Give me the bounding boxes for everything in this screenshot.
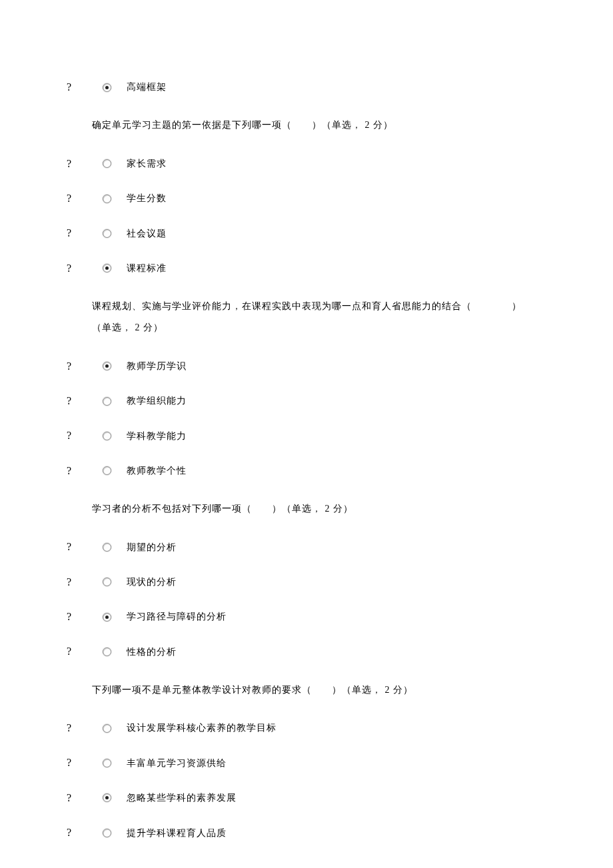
radio-icon[interactable] [103, 724, 111, 733]
option-row: ?家长需求 [67, 157, 546, 171]
option-label: 学习路径与障碍的分析 [127, 610, 227, 624]
radio-container [87, 829, 127, 837]
option-label: 家长需求 [127, 157, 167, 171]
radio-container [87, 264, 127, 272]
radio-container [87, 578, 127, 586]
option-row: ?教师学历学识 [67, 359, 546, 374]
option-label: 性格的分析 [127, 646, 177, 659]
radio-icon[interactable] [103, 195, 111, 203]
radio-container [87, 759, 127, 767]
bullet-marker: ? [67, 791, 87, 805]
question-text: 确定单元学习主题的第一依据是下列哪一项（ ）（单选， 2 分） [92, 115, 546, 136]
bullet-marker: ? [67, 825, 87, 840]
bullet-marker: ? [67, 428, 87, 443]
option-row: ?课程标准 [67, 261, 546, 276]
option-label: 提升学科课程育人品质 [127, 827, 227, 840]
question-text: 学习者的分析不包括对下列哪一项（ ）（单选， 2 分） [92, 498, 546, 520]
option-label: 教师教学个性 [127, 464, 187, 478]
option-label: 学生分数 [127, 192, 167, 205]
radio-container [87, 648, 127, 656]
bullet-marker: ? [67, 261, 87, 276]
bullet-marker: ? [67, 755, 87, 770]
radio-selected-icon[interactable] [103, 362, 111, 370]
option-label: 忽略某些学科的素养发展 [127, 791, 237, 805]
radio-icon[interactable] [103, 578, 111, 586]
quiz-page: ?高端框架确定单元学习主题的第一依据是下列哪一项（ ）（单选， 2 分）?家长需… [67, 80, 546, 841]
bullet-marker: ? [67, 359, 87, 374]
radio-icon[interactable] [103, 648, 111, 656]
option-row: ?学习路径与障碍的分析 [67, 610, 546, 624]
radio-container [87, 397, 127, 406]
question-text: 下列哪一项不是单元整体教学设计对教师的要求（ ）（单选， 2 分） [92, 679, 546, 701]
option-label: 社会议题 [127, 227, 167, 240]
bullet-marker: ? [67, 721, 87, 735]
radio-container [87, 362, 127, 370]
bullet-marker: ? [67, 644, 87, 659]
radio-icon[interactable] [103, 543, 111, 552]
radio-container [87, 793, 127, 802]
bullet-marker: ? [67, 610, 87, 624]
radio-icon[interactable] [103, 466, 111, 475]
bullet-marker: ? [67, 80, 87, 95]
option-label: 教师学历学识 [127, 360, 187, 373]
option-row: ?教师教学个性 [67, 464, 546, 478]
option-label: 期望的分析 [127, 541, 177, 554]
option-label: 高端框架 [127, 81, 167, 94]
radio-icon[interactable] [103, 397, 111, 406]
bullet-marker: ? [67, 464, 87, 478]
radio-container [87, 159, 127, 168]
bullet-marker: ? [67, 226, 87, 240]
radio-selected-icon[interactable] [103, 793, 111, 802]
option-row: ?现状的分析 [67, 575, 546, 590]
radio-icon[interactable] [103, 759, 111, 767]
option-row: ?高端框架 [67, 80, 546, 95]
option-row: ?社会议题 [67, 226, 546, 240]
radio-container [87, 229, 127, 238]
radio-selected-icon[interactable] [103, 83, 111, 92]
option-row: ?丰富单元学习资源供给 [67, 755, 546, 770]
option-row: ?学科教学能力 [67, 428, 546, 443]
option-label: 丰富单元学习资源供给 [127, 757, 227, 770]
option-label: 学科教学能力 [127, 430, 187, 443]
option-row: ?设计发展学科核心素养的教学目标 [67, 721, 546, 735]
radio-icon[interactable] [103, 229, 111, 238]
question-text: 课程规划、实施与学业评价能力，在课程实践中表现为哪一点和育人省思能力的结合（ ）… [92, 296, 546, 338]
radio-container [87, 195, 127, 203]
radio-icon[interactable] [103, 432, 111, 440]
radio-container [87, 543, 127, 552]
bullet-marker: ? [67, 540, 87, 554]
radio-container [87, 613, 127, 622]
radio-selected-icon[interactable] [103, 613, 111, 622]
bullet-marker: ? [67, 157, 87, 171]
option-label: 现状的分析 [127, 576, 177, 589]
option-row: ?期望的分析 [67, 540, 546, 554]
radio-container [87, 466, 127, 475]
bullet-marker: ? [67, 575, 87, 590]
bullet-marker: ? [67, 191, 87, 206]
option-row: ?性格的分析 [67, 644, 546, 659]
option-row: ?教学组织能力 [67, 394, 546, 408]
radio-container [87, 432, 127, 440]
option-row: ?提升学科课程育人品质 [67, 825, 546, 840]
radio-container [87, 83, 127, 92]
radio-icon[interactable] [103, 159, 111, 168]
option-label: 教学组织能力 [127, 394, 187, 408]
radio-icon[interactable] [103, 829, 111, 837]
option-label: 设计发展学科核心素养的教学目标 [127, 721, 277, 735]
option-row: ?学生分数 [67, 191, 546, 206]
radio-selected-icon[interactable] [103, 264, 111, 272]
radio-container [87, 724, 127, 733]
option-row: ?忽略某些学科的素养发展 [67, 791, 546, 805]
option-label: 课程标准 [127, 262, 167, 275]
bullet-marker: ? [67, 394, 87, 408]
